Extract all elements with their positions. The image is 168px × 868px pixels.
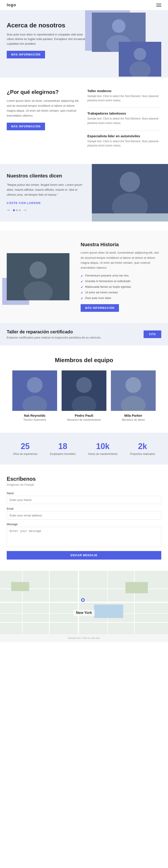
map-section: New York <box>0 571 168 634</box>
svg-point-16 <box>76 377 92 393</box>
contact-section: Escríbenos Imágenes de Freepik Name Emai… <box>0 465 168 571</box>
hero-content: Acerca de nosotros Duis aute irure dolor… <box>7 19 87 58</box>
feature-1-title: Taller moderno <box>87 89 161 93</box>
contact-title: Escríbenos <box>7 476 161 482</box>
story-photo <box>7 253 70 300</box>
cta-title: Taller de reparación certificado <box>7 329 101 335</box>
form-input-name[interactable] <box>7 496 161 504</box>
hero-title: Acerca de nosotros <box>7 22 87 29</box>
story-title: Nuestra Historia <box>81 242 161 248</box>
stat-number-3: 10k <box>88 442 118 451</box>
check-item-3: ✔Malesuada fames ac turpis egestas <box>81 285 161 289</box>
cta-text: Estamos certificados para realizar la in… <box>7 336 101 339</box>
hero-images <box>81 10 161 78</box>
feature-2: Trabajadores talentosos Sample text. Cli… <box>87 112 161 125</box>
svg-point-1 <box>112 19 125 33</box>
story-section: Nuestra Historia Lorem ipsum dolor sit a… <box>0 230 168 323</box>
menu-button[interactable] <box>156 4 161 7</box>
team-role-2: Mecánico de mantenimiento <box>61 418 107 422</box>
stat-1: 25 Años de experiencia <box>13 442 37 456</box>
team-title: Miembros del equipo <box>7 357 161 364</box>
story-text: Lorem ipsum dolor sit amet, consectetuer… <box>81 250 161 270</box>
footer: Sample text. Click to edit text. <box>0 634 168 642</box>
stat-label-4: Proyectos realizados <box>130 453 155 456</box>
form-group-message: Message <box>7 523 161 548</box>
why-title: ¿Por qué elegirnos? <box>7 89 81 95</box>
feature-2-title: Trabajadores talentosos <box>87 112 161 115</box>
check-item-4: ✔Ut enim ad minim veniam <box>81 291 161 294</box>
stat-4: 2k Proyectos realizados <box>130 442 155 456</box>
why-text: Lorem ipsum dolor sit amet, consectetuer… <box>7 98 81 118</box>
svg-point-19 <box>125 377 141 393</box>
map-city-label: New York <box>73 610 94 616</box>
team-card-3: Mila Parker Mecánico de diésel <box>111 370 156 422</box>
form-input-message[interactable] <box>7 527 161 547</box>
dot-3[interactable] <box>19 209 20 211</box>
team-photo-1 <box>12 370 57 411</box>
team-role-1: Técnico Automotriz <box>12 418 57 422</box>
dot-1[interactable] <box>13 209 15 211</box>
story-cta-button[interactable]: MÁS INFORMACIÓN <box>81 304 119 312</box>
check-item-5: ✔Duis aute irure dolor <box>81 296 161 300</box>
feature-1-text: Sample text. Click to select the Text El… <box>87 94 161 103</box>
story-checklist: ✔Fermentum posuere urna nec tinc ✔Gravid… <box>81 274 161 300</box>
form-group-email: Email <box>7 507 161 520</box>
svg-point-35 <box>82 599 84 601</box>
stat-number-4: 2k <box>130 442 155 451</box>
svg-rect-32 <box>11 582 29 591</box>
testimonials-dots <box>13 209 20 211</box>
svg-point-7 <box>120 172 140 192</box>
stat-label-1: Años de experiencia <box>13 453 37 456</box>
feature-3-title: Especialista líder en automóviles <box>87 134 161 138</box>
testimonials-next[interactable]: → <box>23 208 27 213</box>
stat-label-2: Empleados increíbles <box>50 453 76 456</box>
map-placeholder: New York <box>0 571 168 634</box>
feature-1: Taller moderno Sample text. Click to sel… <box>87 89 161 103</box>
footer-text: Sample text. Click to edit text. <box>68 637 100 639</box>
check-item-1: ✔Fermentum posuere urna nec tinc <box>81 274 161 278</box>
stat-number-2: 18 <box>50 442 76 451</box>
team-photo-3 <box>111 370 156 411</box>
logo: logo <box>7 3 16 7</box>
dot-2[interactable] <box>16 209 18 211</box>
header: logo <box>0 0 168 10</box>
stats-section: 25 Años de experiencia 18 Empleados incr… <box>0 433 168 465</box>
hero-cta-button[interactable]: MÁS INFORMACIÓN <box>7 51 45 58</box>
feature-2-text: Sample text. Click to select the Text El… <box>87 117 161 125</box>
team-grid: Nat Reynolds Técnico Automotriz Pedro Pa… <box>7 370 161 422</box>
testimonials-nav: ← → <box>7 208 85 213</box>
svg-point-10 <box>30 261 47 279</box>
why-cta-button[interactable]: MÁS INFORMACIÓN <box>7 123 45 130</box>
cta-banner: Taller de reparación certificado Estamos… <box>0 323 168 345</box>
check-icon-3: ✔ <box>81 285 83 289</box>
check-icon-4: ✔ <box>81 291 83 294</box>
team-name-3: Mila Parker <box>111 413 156 417</box>
testimonials-title: Nuestros clientes dicen <box>7 173 85 179</box>
hero-mechanic-photo2 <box>119 42 161 76</box>
form-input-email[interactable] <box>7 511 161 520</box>
testimonials-content: Nuestros clientes dicen "Neque pulsur du… <box>0 164 92 221</box>
team-section: Miembros del equipo Nat Reynolds Técnico… <box>0 345 168 433</box>
cta-button[interactable]: CITA <box>143 331 161 338</box>
check-icon-1: ✔ <box>81 274 83 278</box>
stat-3: 10k Horas de mantenimiento <box>88 442 118 456</box>
form-label-message: Message <box>7 523 161 526</box>
check-icon-2: ✔ <box>81 280 83 283</box>
why-features: Taller moderno Sample text. Click to sel… <box>87 89 161 153</box>
testimonials-prev[interactable]: ← <box>7 208 11 213</box>
team-name-1: Nat Reynolds <box>12 413 57 417</box>
stat-2: 18 Empleados increíbles <box>50 442 76 456</box>
form-label-name: Name <box>7 492 161 495</box>
form-group-name: Name <box>7 492 161 504</box>
story-content: Nuestra Historia Lorem ipsum dolor sit a… <box>81 242 161 312</box>
testimonials-section: Nuestros clientes dicen "Neque pulsur du… <box>0 164 168 221</box>
why-left: ¿Por qué elegirnos? Lorem ipsum dolor si… <box>7 89 81 153</box>
feature-3-text: Sample text. Click to select the Text El… <box>87 139 161 148</box>
team-name-2: Pedro Pauli <box>61 413 107 417</box>
form-send-button[interactable]: ENVIAR MENSAJE <box>7 551 161 560</box>
svg-rect-31 <box>94 604 123 618</box>
svg-rect-33 <box>125 582 148 593</box>
why-section: ¿Por qué elegirnos? Lorem ipsum dolor si… <box>0 78 168 164</box>
hero-section: Acerca de nosotros Duis aute irure dolor… <box>0 10 168 78</box>
hero-text: Duis aute irure dolor in reprehenderit i… <box>7 32 87 46</box>
